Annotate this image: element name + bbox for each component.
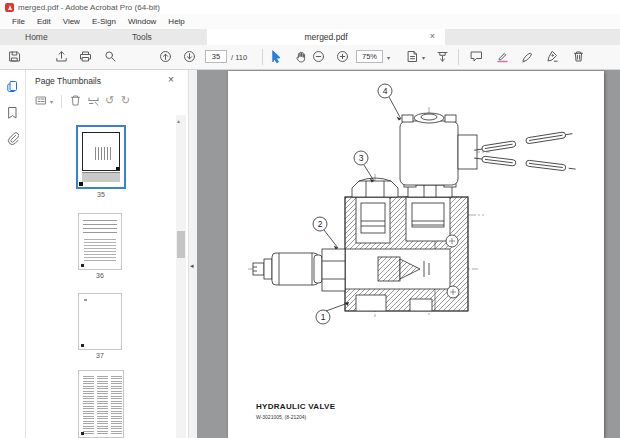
scrollbar-thumb[interactable]	[177, 231, 185, 258]
thumbnail-page-38[interactable]	[78, 370, 124, 438]
previous-page-icon[interactable]	[159, 50, 173, 64]
hand-tool-icon[interactable]	[295, 50, 309, 64]
figure-part-number: W-3021005, (8-21204)	[256, 414, 306, 420]
tab-document[interactable]: merged.pdf ×	[207, 29, 445, 45]
thumbnail-37-header-mark	[84, 299, 87, 301]
thumbnail-38-footer-mark	[81, 432, 84, 435]
nav-strip	[0, 70, 26, 438]
thumbnail-37-footer-mark	[81, 344, 84, 347]
delete-pages-icon[interactable]	[572, 50, 586, 64]
highlight-icon[interactable]	[496, 50, 510, 64]
menu-bar: File Edit View E-Sign Window Help	[0, 14, 620, 29]
title-bar: merged.pdf - Adobe Acrobat Pro (64-bit)	[0, 0, 620, 14]
collapse-panel-icon[interactable]: ◂	[190, 262, 194, 270]
thumbnail-36-label: 36	[78, 272, 122, 279]
thumbnail-38-text-column	[83, 376, 94, 434]
delete-page-icon[interactable]	[69, 94, 84, 109]
panel-scrollbar[interactable]: ▴	[176, 115, 186, 438]
thumbnail-35-corner-mark	[116, 167, 119, 170]
menu-help[interactable]: Help	[162, 17, 190, 26]
thumbnail-38-text-column	[97, 376, 108, 434]
save-icon[interactable]	[8, 50, 22, 64]
toolbar-separator	[262, 49, 263, 65]
figure-title: HYDRAULIC VALVE	[256, 402, 335, 411]
rotate-counterclockwise-icon[interactable]: ↺	[105, 93, 114, 107]
menu-view[interactable]: View	[57, 17, 86, 26]
zoom-caret-icon[interactable]: ▾	[387, 54, 390, 61]
tab-tools[interactable]: Tools	[132, 29, 152, 45]
tab-home[interactable]: Home	[25, 29, 48, 45]
comment-icon[interactable]	[470, 50, 484, 64]
document-canvas[interactable]: 4 3 2 1 HYDRAULIC VALVE W-3021005, (8-21…	[197, 70, 620, 438]
thumbnail-35-footer-mark	[79, 182, 83, 186]
callout-3: 3	[359, 153, 364, 163]
tab-bar: Home Tools merged.pdf ×	[0, 29, 620, 45]
rotate-clockwise-icon[interactable]: ↻	[121, 93, 130, 107]
scroll-mode-icon[interactable]	[436, 50, 450, 64]
callout-2: 2	[318, 219, 323, 229]
menu-file[interactable]: File	[6, 17, 31, 26]
page-thumbnails-panel-icon[interactable]	[6, 80, 20, 94]
zoom-in-icon[interactable]	[336, 50, 350, 64]
thumbnail-options-icon[interactable]	[35, 94, 50, 109]
window-title: merged.pdf - Adobe Acrobat Pro (64-bit)	[18, 3, 160, 12]
thumbnail-38-page	[78, 370, 124, 438]
page-number-input[interactable]	[205, 50, 227, 63]
thumbnail-36-footer-mark	[81, 264, 84, 267]
sign-icon[interactable]	[521, 50, 535, 64]
panel-close-icon[interactable]: ×	[168, 74, 174, 85]
thumbnail-35-page	[76, 125, 126, 189]
callout-4: 4	[383, 86, 388, 96]
thumbnail-35-label: 35	[76, 191, 126, 198]
menu-edit[interactable]: Edit	[31, 17, 57, 26]
zoom-level-value: 75%	[362, 52, 377, 61]
thumbnail-35-caption-band	[82, 172, 120, 182]
next-page-icon[interactable]	[183, 50, 197, 64]
panel-splitter[interactable]: ◂	[188, 70, 197, 438]
select-tool-icon[interactable]	[270, 50, 284, 64]
toolbar-separator	[458, 49, 459, 65]
thumbnail-36-table	[84, 239, 116, 262]
acrobat-window: merged.pdf - Adobe Acrobat Pro (64-bit) …	[0, 0, 620, 438]
menu-esign[interactable]: E-Sign	[86, 17, 122, 26]
thumbnail-37-page	[78, 293, 122, 350]
acrobat-logo-icon	[5, 3, 14, 12]
thumbnail-page-36[interactable]: 36	[78, 213, 122, 283]
zoom-out-icon[interactable]	[312, 50, 326, 64]
page-fit-icon[interactable]	[406, 50, 420, 64]
thumbnail-37-label: 37	[78, 352, 122, 359]
page-fit-caret-icon[interactable]: ▾	[422, 54, 425, 61]
attachments-panel-icon[interactable]	[6, 132, 20, 146]
page-total-label: / 110	[231, 53, 247, 62]
thumbnail-page-37[interactable]: 37	[78, 293, 122, 363]
pdf-page: 4 3 2 1 HYDRAULIC VALVE W-3021005, (8-21…	[228, 71, 604, 438]
thumbnail-38-text-column	[111, 376, 122, 434]
bookmarks-panel-icon[interactable]	[6, 106, 20, 120]
menu-window[interactable]: Window	[122, 17, 162, 26]
thumbnail-35-frame	[82, 132, 120, 171]
thumbnail-page-35[interactable]: 35	[76, 125, 126, 200]
thumbnail-options-caret-icon[interactable]: ▾	[50, 98, 53, 105]
panel-title: Page Thumbnails	[35, 76, 101, 86]
thumbnail-35-sketch	[95, 147, 111, 160]
thumbnail-36-page	[78, 213, 122, 270]
fill-sign-icon[interactable]	[546, 50, 560, 64]
page-thumbnails-panel: Page Thumbnails × ▾ ↺ ↻ 35	[27, 70, 188, 438]
callout-1: 1	[321, 312, 326, 322]
scrollbar-up-icon[interactable]: ▴	[177, 117, 180, 124]
zoom-level-select[interactable]: 75%	[356, 50, 383, 63]
tab-document-label: merged.pdf	[305, 32, 348, 42]
share-upload-icon[interactable]	[55, 50, 69, 64]
insert-pages-icon[interactable]	[87, 94, 102, 109]
main-toolbar: ☆ / 110 75% ▾ ▾	[0, 45, 620, 70]
print-icon[interactable]	[79, 50, 93, 64]
thumbnail-36-drawing	[83, 220, 117, 233]
search-icon[interactable]	[104, 50, 118, 64]
tab-close-icon[interactable]: ×	[430, 29, 435, 45]
hydraulic-valve-drawing: 4 3 2 1	[228, 71, 604, 438]
panel-toolbar-separator	[61, 95, 62, 108]
